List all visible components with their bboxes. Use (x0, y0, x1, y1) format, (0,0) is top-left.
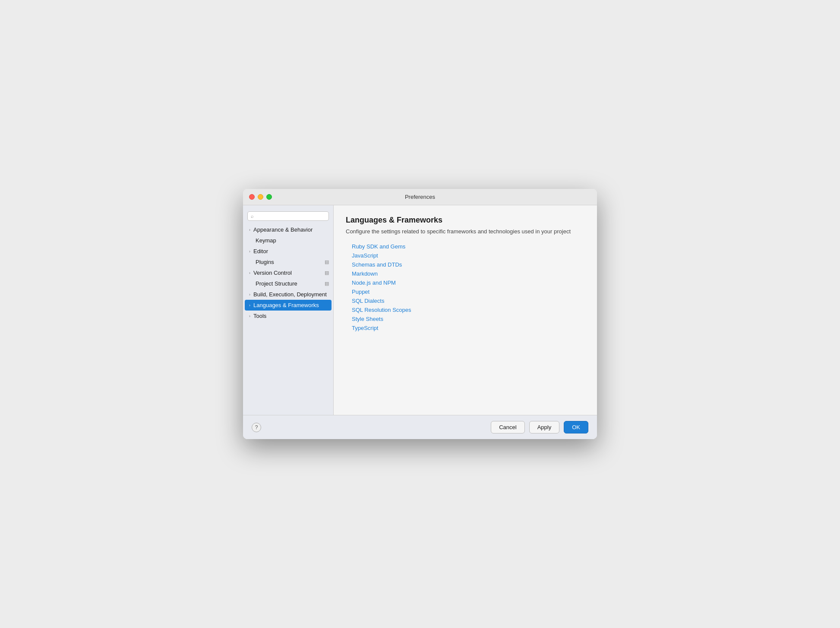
sidebar-item-appearance-behavior[interactable]: › Appearance & Behavior (243, 224, 333, 235)
sidebar-item-plugins[interactable]: Plugins ▤ (243, 257, 333, 267)
sidebar-item-label: Project Structure (256, 280, 297, 287)
link-schemas-dtds[interactable]: Schemas and DTDs (352, 261, 585, 268)
link-markdown[interactable]: Markdown (352, 270, 585, 277)
sidebar-item-build-execution-deployment[interactable]: › Build, Execution, Deployment (243, 289, 333, 300)
main-content: ⌕ › Appearance & Behavior Keymap › Edito… (243, 205, 597, 415)
sidebar-item-label: Appearance & Behavior (253, 226, 313, 233)
preferences-window: Preferences ⌕ › Appearance & Behavior Ke… (243, 189, 597, 439)
badge-icon: ▤ (325, 281, 329, 286)
sidebar-item-editor[interactable]: › Editor (243, 246, 333, 257)
chevron-right-icon: › (249, 303, 250, 308)
minimize-button[interactable] (258, 194, 263, 200)
sidebar-item-label: Plugins (256, 259, 274, 265)
content-description: Configure the settings related to specif… (346, 228, 585, 235)
link-sql-dialects[interactable]: SQL Dialects (352, 298, 585, 304)
search-container: ⌕ (243, 209, 333, 224)
sidebar-item-label: Languages & Frameworks (253, 302, 319, 308)
sidebar-item-label: Version Control (253, 270, 292, 276)
sidebar-item-label: Editor (253, 248, 268, 254)
nav-items: › Appearance & Behavior Keymap › Editor … (243, 224, 333, 415)
apply-button[interactable]: Apply (529, 421, 560, 433)
sidebar: ⌕ › Appearance & Behavior Keymap › Edito… (243, 205, 334, 415)
cancel-button[interactable]: Cancel (491, 421, 524, 433)
chevron-right-icon: › (249, 249, 250, 254)
link-javascript[interactable]: JavaScript (352, 252, 585, 259)
search-input[interactable] (256, 213, 325, 219)
link-typescript[interactable]: TypeScript (352, 325, 585, 331)
maximize-button[interactable] (266, 194, 272, 200)
sidebar-item-tools[interactable]: › Tools (243, 311, 333, 321)
traffic-lights (249, 194, 272, 200)
ok-button[interactable]: OK (564, 421, 588, 433)
sidebar-item-keymap[interactable]: Keymap (243, 235, 333, 246)
footer: ? Cancel Apply OK (243, 415, 597, 439)
link-sql-resolution[interactable]: SQL Resolution Scopes (352, 307, 585, 313)
sidebar-item-project-structure[interactable]: Project Structure ▤ (243, 278, 333, 289)
framework-links-list: Ruby SDK and Gems JavaScript Schemas and… (346, 243, 585, 331)
titlebar: Preferences (243, 189, 597, 205)
content-title: Languages & Frameworks (346, 216, 585, 225)
sidebar-item-version-control[interactable]: › Version Control ▤ (243, 267, 333, 278)
link-nodejs-npm[interactable]: Node.js and NPM (352, 279, 585, 286)
search-wrapper[interactable]: ⌕ (247, 211, 329, 221)
window-title: Preferences (405, 194, 435, 200)
link-style-sheets[interactable]: Style Sheets (352, 316, 585, 322)
search-icon: ⌕ (251, 214, 254, 219)
link-puppet[interactable]: Puppet (352, 289, 585, 295)
sidebar-item-languages-frameworks[interactable]: › Languages & Frameworks (245, 300, 332, 311)
sidebar-item-label: Tools (253, 313, 266, 319)
link-ruby-sdk[interactable]: Ruby SDK and Gems (352, 243, 585, 250)
badge-icon: ▤ (325, 270, 329, 276)
chevron-right-icon: › (249, 271, 250, 275)
content-area: Languages & Frameworks Configure the set… (334, 205, 597, 415)
chevron-right-icon: › (249, 292, 250, 297)
chevron-right-icon: › (249, 228, 250, 232)
close-button[interactable] (249, 194, 255, 200)
footer-buttons: Cancel Apply OK (491, 421, 588, 433)
sidebar-item-label: Keymap (256, 237, 276, 244)
sidebar-item-label: Build, Execution, Deployment (253, 291, 327, 298)
chevron-right-icon: › (249, 314, 250, 318)
help-button[interactable]: ? (252, 423, 261, 432)
badge-icon: ▤ (325, 259, 329, 265)
